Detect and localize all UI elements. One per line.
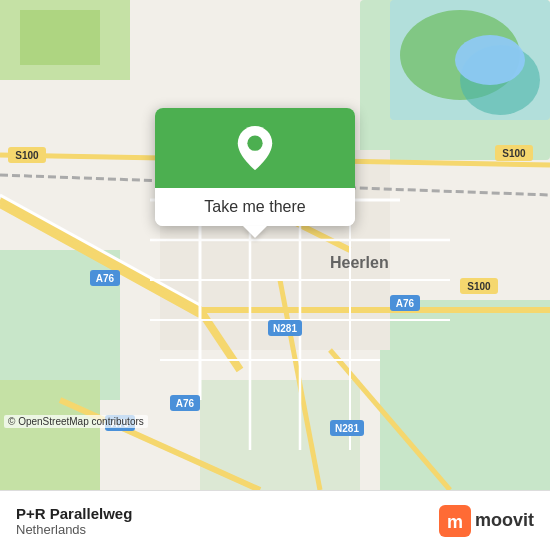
map-popup: Take me there xyxy=(155,108,355,226)
svg-text:N281: N281 xyxy=(335,423,359,434)
popup-pin-area xyxy=(155,108,355,188)
svg-text:A76: A76 xyxy=(176,398,195,409)
svg-point-52 xyxy=(247,136,262,151)
svg-text:S100: S100 xyxy=(15,150,39,161)
svg-text:S100: S100 xyxy=(467,281,491,292)
location-country: Netherlands xyxy=(16,522,132,537)
svg-text:A76: A76 xyxy=(396,298,415,309)
svg-rect-9 xyxy=(380,300,550,490)
location-name: P+R Parallelweg xyxy=(16,505,132,522)
info-bar: P+R Parallelweg Netherlands m moovit xyxy=(0,490,550,550)
moovit-logo-icon: m xyxy=(439,505,471,537)
svg-text:Heerlen: Heerlen xyxy=(330,254,389,271)
map-copyright: © OpenStreetMap contributors xyxy=(4,415,148,428)
moovit-text: moovit xyxy=(475,510,534,531)
svg-point-5 xyxy=(455,35,525,85)
location-pin-icon xyxy=(237,126,273,170)
moovit-logo: m moovit xyxy=(439,505,534,537)
take-me-there-button[interactable]: Take me there xyxy=(155,188,355,226)
popup-arrow xyxy=(243,226,267,238)
svg-text:A76: A76 xyxy=(96,273,115,284)
svg-text:N281: N281 xyxy=(273,323,297,334)
svg-rect-7 xyxy=(20,10,100,65)
location-info: P+R Parallelweg Netherlands xyxy=(16,505,132,537)
svg-text:m: m xyxy=(447,512,463,532)
svg-rect-11 xyxy=(0,380,100,490)
map-container[interactable]: S100 S100 S100 A76 A76 A76 A79 N281 N281… xyxy=(0,0,550,490)
svg-text:S100: S100 xyxy=(502,148,526,159)
